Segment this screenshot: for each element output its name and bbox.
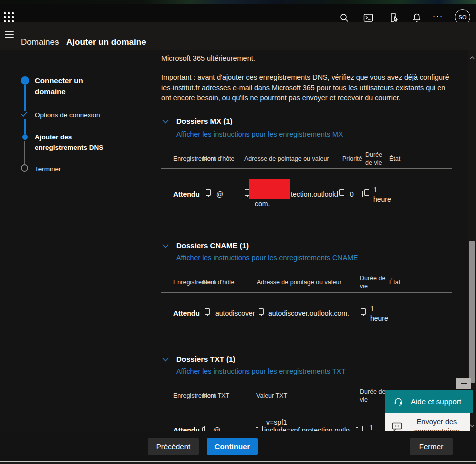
copy-icon[interactable] — [203, 308, 210, 316]
cname-header-state: État — [389, 278, 400, 286]
close-button[interactable]: Fermer — [410, 438, 453, 455]
previous-button[interactable]: Précédent — [148, 438, 199, 455]
scrollbar-thumb[interactable] — [469, 241, 475, 383]
wizard-footer: Précédent Continuer Fermer — [0, 431, 476, 461]
txt-row-status: Attendu — [173, 426, 200, 431]
txt-row-value-line2: include=spf.protection.outlo — [264, 426, 350, 431]
cname-row-host: autodiscover — [215, 309, 255, 317]
bell-icon[interactable] — [412, 13, 422, 23]
step3-dot-icon — [22, 134, 28, 140]
copy-icon[interactable] — [202, 426, 209, 431]
step1-dot-icon — [21, 76, 29, 85]
step2-check-icon — [21, 111, 28, 117]
wizard-main-content: Microsoft 365 ultérieurement. Important … — [123, 50, 468, 431]
txt-row-name: @ — [213, 426, 220, 431]
copy-icon[interactable] — [359, 308, 366, 316]
mx-row-status: Attendu — [173, 190, 200, 198]
copy-icon[interactable] — [356, 426, 363, 431]
wizard-step-connect-domain[interactable]: Connecter un domaine — [35, 75, 102, 97]
wizard-step-add-dns-records[interactable]: Ajouter des enregistrements DNS — [35, 132, 117, 153]
feedback-bubble-icon — [392, 422, 402, 431]
mx-header-ttl: Durée de vie — [365, 151, 388, 167]
app-launcher-icon[interactable] — [4, 12, 14, 23]
help-support-label: Aide et support — [411, 397, 461, 406]
txt-section-chevron-icon[interactable] — [162, 357, 169, 362]
wizard-step-connection-options[interactable]: Options de connexion — [35, 111, 100, 119]
step-connector — [24, 119, 26, 134]
mx-header-host: Nom d'hôte — [203, 155, 235, 163]
mx-row-ttl: 1 heure — [373, 185, 394, 204]
wizard-step-finish[interactable]: Terminer — [35, 165, 61, 173]
step-connector — [24, 85, 26, 111]
copy-icon[interactable] — [257, 308, 264, 316]
txt-instructions-link[interactable]: Afficher les instructions pour les enreg… — [176, 367, 346, 375]
breadcrumb-separator-icon: › — [57, 38, 59, 47]
mx-row-priority: 0 — [350, 190, 354, 198]
mx-row-value-line2: com. — [255, 200, 270, 208]
divider — [161, 336, 452, 336]
headset-icon — [394, 397, 403, 406]
mx-row-host: @ — [216, 190, 223, 198]
txt-section-title[interactable]: Dossiers TXT (1) — [176, 355, 235, 363]
cname-row-status: Attendu — [173, 309, 200, 317]
cname-section-title[interactable]: Dossiers CNAME (1) — [176, 241, 249, 250]
more-options-icon[interactable]: ··· — [433, 11, 443, 20]
txt-row-ttl: 1 — [369, 424, 373, 431]
txt-row-value-line1: v=spf1 — [266, 418, 287, 426]
cname-header-host: Nom d'hôte — [203, 278, 235, 286]
copy-icon[interactable] — [256, 426, 263, 431]
copy-icon[interactable] — [337, 189, 344, 197]
wizard-steps-sidebar: Connecter un domaine Options de connexio… — [0, 50, 123, 431]
mx-section-title[interactable]: Dossiers MX (1) — [176, 117, 233, 125]
txt-header-name: Nom TXT — [203, 392, 229, 400]
search-icon[interactable] — [339, 13, 349, 23]
mx-header-address: Adresse de pointage ou valeur — [244, 155, 329, 163]
cloud-shell-icon[interactable] — [363, 13, 373, 23]
txt-header-value: Valeur TXT — [256, 392, 287, 400]
important-note: Important : avant d'ajouter ces enregist… — [161, 72, 455, 103]
top-app-bar: ··· SO — [0, 4, 476, 22]
hamburger-menu-icon[interactable] — [5, 31, 14, 38]
mx-header-state: État — [389, 155, 400, 163]
cname-section-chevron-icon[interactable] — [162, 244, 169, 248]
copy-icon[interactable] — [362, 189, 369, 197]
mx-header-priority: Priorité — [342, 155, 362, 163]
cname-header-address: Adresse de pointage ou valeur — [257, 278, 342, 286]
continue-button[interactable]: Continuer — [207, 438, 258, 455]
mx-section-chevron-icon[interactable] — [162, 119, 169, 124]
mx-instructions-link[interactable]: Afficher les instructions pour les enreg… — [176, 130, 343, 138]
page-title: Ajouter un domaine — [66, 37, 146, 47]
redaction-overlay — [249, 179, 290, 199]
minus-icon — [461, 383, 467, 384]
step-connector — [24, 141, 25, 164]
minimize-help-button[interactable] — [456, 378, 471, 389]
cname-instructions-link[interactable]: Afficher les instructions pour les enreg… — [176, 254, 358, 262]
window-bottom-edge — [0, 461, 476, 464]
divider — [161, 223, 452, 223]
divider — [161, 168, 452, 169]
page-header: Domaines › Ajouter un domaine — [0, 22, 476, 50]
divider — [161, 292, 452, 293]
cname-row-value: autodiscover.outlook.com. — [268, 309, 349, 317]
page-pointer-icon[interactable] — [389, 13, 399, 23]
scroll-up-icon[interactable] — [469, 55, 475, 61]
vertical-scrollbar[interactable] — [468, 50, 476, 434]
cname-row-ttl: 1 heure — [370, 304, 391, 323]
breadcrumb-domains[interactable]: Domaines — [21, 37, 59, 47]
desktop-background-strip — [0, 0, 476, 4]
mx-row-value: tection.outlook. — [291, 190, 338, 198]
help-support-button[interactable]: Aide et support — [385, 390, 473, 413]
step4-circle-icon — [21, 164, 28, 172]
intro-text: Microsoft 365 ultérieurement. — [161, 54, 255, 62]
copy-icon[interactable] — [204, 189, 211, 197]
cname-header-ttl: Durée de vie — [360, 274, 392, 291]
